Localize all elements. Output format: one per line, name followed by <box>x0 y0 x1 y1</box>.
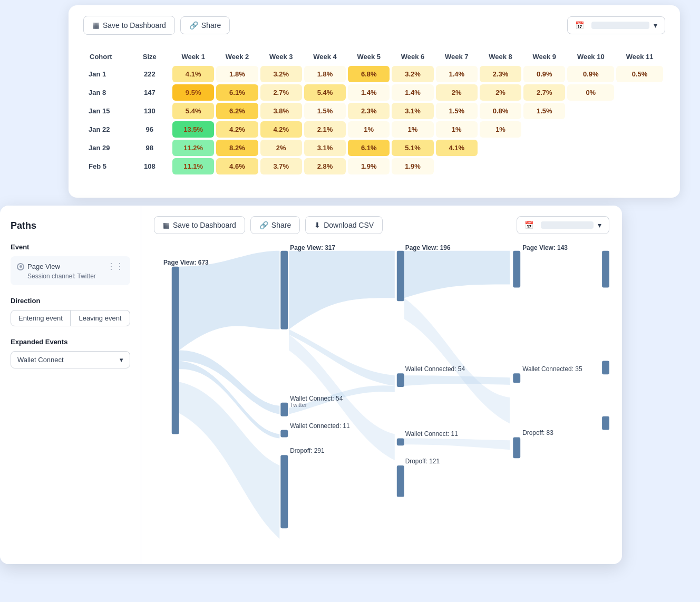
chevron-down-icon-back: ▾ <box>654 21 657 30</box>
share-button-back[interactable]: 🔗 Share <box>180 16 230 34</box>
download-csv-button[interactable]: ⬇ Download CSV <box>305 216 383 234</box>
cohort-cell: 5.4% <box>304 84 346 101</box>
direction-buttons: Entering event Leaving event <box>11 310 130 326</box>
cohort-cell: 2% <box>260 140 302 156</box>
event-dot-icon <box>17 263 24 270</box>
label-pv1: Page View: 317 <box>290 245 335 251</box>
label-do1: Dropoff: 291 <box>290 447 325 454</box>
cohort-cell: 5.1% <box>392 140 433 156</box>
label-wcd3: Wallet Connected: 35 <box>522 365 582 373</box>
exit-wcd3 <box>602 361 609 374</box>
cohort-cell: 1.4% <box>436 66 478 82</box>
cohort-cell: 1.8% <box>216 66 258 82</box>
cohort-cell: 6.1% <box>348 140 390 156</box>
label-do2: Dropoff: 121 <box>405 458 440 465</box>
cohort-label: Feb 5 <box>85 158 127 174</box>
cohort-cell: 3.2% <box>260 66 302 82</box>
cohort-cell: 3.2% <box>392 66 433 82</box>
sankey-diagram: Page View: 673 Page View: 317 Wallet Con… <box>154 245 609 540</box>
expanded-events-dropdown[interactable]: Wallet Connect ▾ <box>11 351 130 368</box>
col-week7: Week 7 <box>436 50 478 64</box>
cohort-cell <box>567 140 614 156</box>
cohort-cell: 3.7% <box>260 158 302 174</box>
chart-icon: ▦ <box>92 21 100 30</box>
cohort-cell: 3.1% <box>392 103 433 119</box>
cohort-label: Jan 8 <box>85 84 127 101</box>
label-pv0: Page View: 673 <box>163 259 209 266</box>
cohort-size: 130 <box>129 103 171 119</box>
label-wc1: Wallet Connect: 54 <box>290 395 343 402</box>
expanded-events-section: Expanded Events Wallet Connect ▾ <box>11 338 130 368</box>
cohort-cell: 2.3% <box>480 66 521 82</box>
chevron-down-icon-front: ▾ <box>598 221 601 229</box>
download-icon: ⬇ <box>314 221 320 229</box>
cohort-cell: 6.2% <box>216 103 258 119</box>
col-week10: Week 10 <box>567 50 614 64</box>
cohort-cell <box>523 158 565 174</box>
cohort-cell: 3.1% <box>304 140 346 156</box>
date-selector-back[interactable]: 📅 ▾ <box>567 16 665 34</box>
cohort-cell <box>523 140 565 156</box>
cohort-label: Jan 15 <box>85 103 127 119</box>
cohort-card: ▦ Save to Dashboard 🔗 Share 📅 ▾ Cohort S… <box>69 5 680 198</box>
share-button-front[interactable]: 🔗 Share <box>250 216 300 234</box>
node-wcd2 <box>397 373 404 387</box>
cohort-size: 96 <box>129 121 171 138</box>
cohort-cell: 6.8% <box>348 66 390 82</box>
paths-sidebar: Paths Event Page View ⋮⋮ Session channel… <box>0 206 141 564</box>
cohort-cell: 9.5% <box>172 84 214 101</box>
cohort-cell <box>480 140 521 156</box>
cohort-cell: 11.1% <box>172 158 214 174</box>
cohort-cell: 1.9% <box>392 158 433 174</box>
cohort-size: 222 <box>129 66 171 82</box>
cohort-cell <box>567 158 614 174</box>
node-wc2 <box>397 438 404 445</box>
cohort-cell: 4.2% <box>216 121 258 138</box>
cohort-label: Jan 1 <box>85 66 127 82</box>
date-range-front <box>541 221 594 229</box>
cohort-table: Cohort Size Week 1 Week 2 Week 3 Week 4 … <box>83 47 665 177</box>
event-name: Page View <box>27 263 60 270</box>
paths-card: Paths Event Page View ⋮⋮ Session channel… <box>0 206 622 564</box>
node-wcd1 <box>280 430 288 438</box>
date-selector-front[interactable]: 📅 ▾ <box>517 216 609 234</box>
cohort-cell: 1.8% <box>304 66 346 82</box>
label-wcd1: Wallet Connected: 11 <box>290 422 350 430</box>
cohort-label: Jan 22 <box>85 121 127 138</box>
label-wc1-sub: Twitter <box>290 402 307 408</box>
node-do2 <box>397 465 404 497</box>
cohort-cell: 2.1% <box>304 121 346 138</box>
save-dashboard-button-front[interactable]: ▦ Save to Dashboard <box>154 216 245 234</box>
cohort-cell: 11.2% <box>172 140 214 156</box>
sidebar-title: Paths <box>11 220 130 231</box>
cohort-cell: 0.5% <box>616 66 663 82</box>
node-do1 <box>280 455 288 528</box>
entering-event-button[interactable]: Entering event <box>11 310 71 326</box>
cohort-cell <box>436 158 478 174</box>
cohort-size: 108 <box>129 158 171 174</box>
drag-icon: ⋮⋮ <box>107 261 124 271</box>
link-icon-front: 🔗 <box>259 221 268 229</box>
label-pv3: Page View: 143 <box>522 245 568 251</box>
cohort-cell: 4.1% <box>172 66 214 82</box>
node-pv0 <box>172 267 179 434</box>
col-week2: Week 2 <box>216 50 258 64</box>
calendar-icon-back: 📅 <box>575 21 584 30</box>
cohort-cell: 2% <box>436 84 478 101</box>
cohort-cell: 2% <box>480 84 521 101</box>
direction-label: Direction <box>11 297 130 305</box>
cohort-toolbar: ▦ Save to Dashboard 🔗 Share 📅 ▾ <box>83 16 665 35</box>
col-week9: Week 9 <box>523 50 565 64</box>
leaving-event-button[interactable]: Leaving event <box>71 310 130 326</box>
cohort-cell: 1% <box>348 121 390 138</box>
link-icon: 🔗 <box>189 21 198 30</box>
date-range-back <box>591 22 649 29</box>
cohort-cell <box>567 103 614 119</box>
calendar-icon-front: 📅 <box>524 221 533 229</box>
save-dashboard-button-back[interactable]: ▦ Save to Dashboard <box>83 16 175 35</box>
node-wcd3 <box>513 373 520 383</box>
cohort-cell <box>616 103 663 119</box>
col-week1: Week 1 <box>172 50 214 64</box>
exit-pv3 <box>602 251 609 288</box>
cohort-cell: 1.5% <box>436 103 478 119</box>
